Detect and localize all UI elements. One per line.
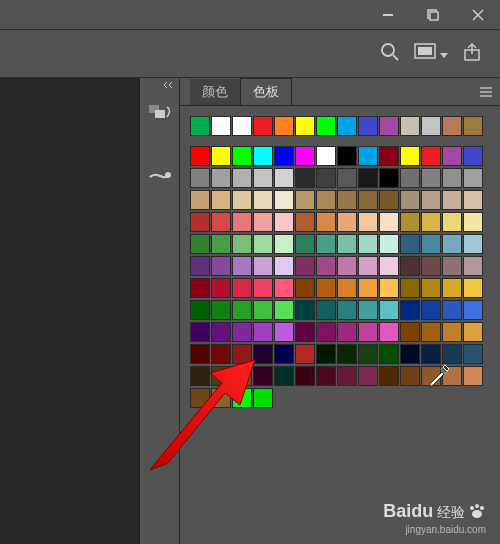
swatch[interactable]: [232, 366, 252, 386]
swatch[interactable]: [337, 168, 357, 188]
swatch[interactable]: [421, 344, 441, 364]
swatch[interactable]: [316, 146, 336, 166]
swatch[interactable]: [316, 190, 336, 210]
swatch[interactable]: [442, 300, 462, 320]
swatch[interactable]: [463, 116, 483, 136]
swatch[interactable]: [253, 234, 273, 254]
swatch[interactable]: [190, 168, 210, 188]
swatch[interactable]: [337, 116, 357, 136]
swatch[interactable]: [358, 366, 378, 386]
swatch[interactable]: [337, 300, 357, 320]
swatch[interactable]: [358, 190, 378, 210]
swatch[interactable]: [421, 168, 441, 188]
swatch[interactable]: [316, 116, 336, 136]
swatch[interactable]: [358, 300, 378, 320]
swatch[interactable]: [337, 190, 357, 210]
swatch[interactable]: [337, 322, 357, 342]
swatch[interactable]: [421, 322, 441, 342]
swatch[interactable]: [232, 344, 252, 364]
swatch[interactable]: [211, 116, 231, 136]
swatch[interactable]: [211, 300, 231, 320]
swatch[interactable]: [421, 278, 441, 298]
brush-panel-icon[interactable]: [144, 162, 176, 190]
swatch[interactable]: [190, 322, 210, 342]
swatch[interactable]: [421, 190, 441, 210]
swatch[interactable]: [400, 116, 420, 136]
swatch[interactable]: [274, 366, 294, 386]
swatch[interactable]: [211, 212, 231, 232]
swatch[interactable]: [400, 366, 420, 386]
swatch[interactable]: [337, 278, 357, 298]
swatch[interactable]: [295, 366, 315, 386]
screen-mode-icon[interactable]: [414, 43, 448, 65]
swatch[interactable]: [232, 322, 252, 342]
swatch[interactable]: [274, 168, 294, 188]
swatch[interactable]: [463, 300, 483, 320]
swatch[interactable]: [421, 212, 441, 232]
swatch[interactable]: [421, 146, 441, 166]
swatch[interactable]: [316, 366, 336, 386]
swatch[interactable]: [232, 212, 252, 232]
swatch[interactable]: [316, 344, 336, 364]
swatch[interactable]: [295, 278, 315, 298]
swatch[interactable]: [442, 256, 462, 276]
swatch[interactable]: [190, 366, 210, 386]
swatch[interactable]: [232, 256, 252, 276]
swatch[interactable]: [232, 388, 252, 408]
swatch[interactable]: [211, 234, 231, 254]
swatch[interactable]: [379, 278, 399, 298]
collapse-chevron-icon[interactable]: [163, 80, 175, 91]
swatch[interactable]: [400, 212, 420, 232]
swatch[interactable]: [337, 366, 357, 386]
swatch[interactable]: [379, 116, 399, 136]
swatch[interactable]: [400, 300, 420, 320]
swatch[interactable]: [253, 344, 273, 364]
swatch[interactable]: [400, 168, 420, 188]
swatch[interactable]: [274, 278, 294, 298]
swatch[interactable]: [316, 300, 336, 320]
swatch[interactable]: [400, 234, 420, 254]
swatch[interactable]: [295, 116, 315, 136]
swatch[interactable]: [316, 168, 336, 188]
swatch[interactable]: [379, 300, 399, 320]
swatch[interactable]: [400, 256, 420, 276]
swatch[interactable]: [295, 234, 315, 254]
swatch[interactable]: [358, 234, 378, 254]
swatch[interactable]: [316, 322, 336, 342]
swatch[interactable]: [295, 212, 315, 232]
swatch[interactable]: [253, 278, 273, 298]
swatch[interactable]: [463, 344, 483, 364]
swatch[interactable]: [211, 190, 231, 210]
swatch[interactable]: [190, 146, 210, 166]
swatch[interactable]: [358, 322, 378, 342]
swatch[interactable]: [190, 300, 210, 320]
swatch[interactable]: [379, 234, 399, 254]
swatch[interactable]: [442, 212, 462, 232]
swatch[interactable]: [232, 234, 252, 254]
swatch[interactable]: [421, 366, 441, 386]
swatch[interactable]: [379, 256, 399, 276]
swatch[interactable]: [442, 146, 462, 166]
swatch[interactable]: [379, 168, 399, 188]
swatch[interactable]: [337, 146, 357, 166]
swatch[interactable]: [379, 344, 399, 364]
swatch[interactable]: [190, 344, 210, 364]
swatch[interactable]: [274, 146, 294, 166]
swatch[interactable]: [358, 256, 378, 276]
swatch[interactable]: [442, 116, 462, 136]
swatch[interactable]: [442, 190, 462, 210]
swatch[interactable]: [442, 344, 462, 364]
swatch[interactable]: [211, 256, 231, 276]
swatch[interactable]: [211, 344, 231, 364]
swatch[interactable]: [421, 256, 441, 276]
swatch[interactable]: [295, 344, 315, 364]
swatch[interactable]: [337, 344, 357, 364]
swatch[interactable]: [190, 388, 210, 408]
tab-color[interactable]: 颜色: [190, 79, 240, 105]
panel-menu-icon[interactable]: [478, 84, 494, 102]
swatch[interactable]: [463, 322, 483, 342]
swatch[interactable]: [337, 212, 357, 232]
swatch[interactable]: [337, 234, 357, 254]
swatch[interactable]: [253, 366, 273, 386]
swatch[interactable]: [190, 212, 210, 232]
